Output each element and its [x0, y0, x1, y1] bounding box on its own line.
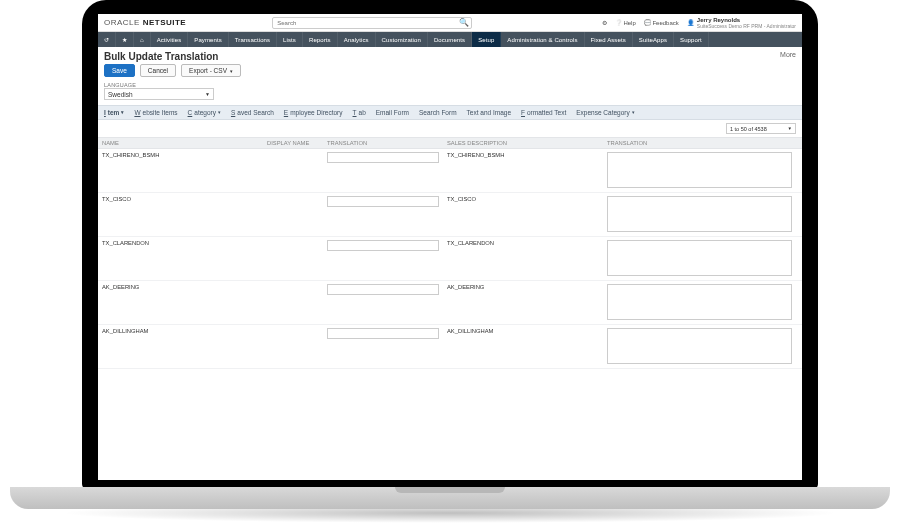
- subtab-formatted-text[interactable]: Formatted Text: [521, 109, 566, 116]
- main-nav: ↺ ★ ⌂ Activities Payments Transactions L…: [98, 32, 802, 47]
- subtab-category[interactable]: Category▾: [188, 109, 221, 116]
- subtab-website-items[interactable]: Website Items: [134, 109, 177, 116]
- cell-name: AK_DEERING: [98, 281, 263, 293]
- nav-reports[interactable]: Reports: [303, 32, 338, 47]
- table-row: TX_CHIRENO_BSMH TX_CHIRENO_BSMH: [98, 149, 802, 193]
- translation-textarea[interactable]: [607, 328, 792, 364]
- nav-activities[interactable]: Activities: [151, 32, 189, 47]
- chevron-down-icon: ▼: [205, 91, 210, 97]
- nav-home-icon[interactable]: ⌂: [134, 32, 151, 47]
- col-name[interactable]: NAME: [98, 138, 263, 148]
- nav-admin-controls[interactable]: Administration & Controls: [501, 32, 584, 47]
- cell-name: TX_CISCO: [98, 193, 263, 205]
- subtab-saved-search[interactable]: Saved Search: [231, 109, 274, 116]
- col-display-name[interactable]: DISPLAY NAME: [263, 138, 323, 148]
- col-translation-1[interactable]: TRANSLATION: [323, 138, 443, 148]
- translation-textarea[interactable]: [607, 196, 792, 232]
- nav-lists[interactable]: Lists: [277, 32, 303, 47]
- nav-customization[interactable]: Customization: [376, 32, 428, 47]
- translation-input[interactable]: [327, 196, 439, 207]
- user-icon: 👤: [687, 19, 694, 26]
- page-title: Bulk Update Translation: [104, 51, 218, 62]
- table-row: AK_DILLINGHAM AK_DILLINGHAM: [98, 325, 802, 369]
- nav-setup[interactable]: Setup: [472, 32, 501, 47]
- cell-name: TX_CHIRENO_BSMH: [98, 149, 263, 161]
- subtab-expense-category[interactable]: Expense Category▾: [576, 109, 634, 116]
- subtab-tab[interactable]: Tab: [353, 109, 366, 116]
- cell-sales: TX_CLARENDON: [443, 237, 603, 249]
- subtab-text-and-image[interactable]: Text and Image: [467, 109, 511, 116]
- cell-sales: AK_DILLINGHAM: [443, 325, 603, 337]
- nav-suiteapps[interactable]: SuiteApps: [633, 32, 674, 47]
- table-row: TX_CISCO TX_CISCO: [98, 193, 802, 237]
- nav-fixed-assets[interactable]: Fixed Assets: [585, 32, 633, 47]
- page-range-select[interactable]: 1 to 50 of 4538▼: [726, 123, 796, 134]
- nav-support[interactable]: Support: [674, 32, 709, 47]
- nav-payments[interactable]: Payments: [188, 32, 228, 47]
- translation-input[interactable]: [327, 152, 439, 163]
- table-row: TX_CLARENDON TX_CLARENDON: [98, 237, 802, 281]
- translation-textarea[interactable]: [607, 240, 792, 276]
- subtab-email-form[interactable]: Email Form: [376, 109, 409, 116]
- language-select[interactable]: Swedish▼: [104, 88, 214, 100]
- cell-sales: TX_CISCO: [443, 193, 603, 205]
- global-search-input[interactable]: [272, 17, 472, 29]
- chevron-down-icon: ▼: [788, 126, 792, 131]
- export-csv-button[interactable]: Export - CSV▾: [181, 64, 241, 77]
- subtab-bar: Item▾ Website Items Category▾ Saved Sear…: [98, 105, 802, 120]
- nav-star-icon[interactable]: ★: [116, 32, 134, 47]
- nav-transactions[interactable]: Transactions: [229, 32, 277, 47]
- nav-history-icon[interactable]: ↺: [98, 32, 116, 47]
- translation-table: NAME DISPLAY NAME TRANSLATION SALES DESC…: [98, 137, 802, 369]
- more-link[interactable]: More: [780, 51, 796, 58]
- shortcuts-icon[interactable]: ⚙: [602, 19, 607, 26]
- subtab-search-form[interactable]: Search Form: [419, 109, 457, 116]
- cell-name: AK_DILLINGHAM: [98, 325, 263, 337]
- subtab-item[interactable]: Item▾: [104, 109, 124, 116]
- feedback-link[interactable]: 💬 Feedback: [644, 19, 679, 26]
- translation-input[interactable]: [327, 284, 439, 295]
- brand-logo: ORACLE NETSUITE: [104, 18, 186, 27]
- table-row: AK_DEERING AK_DEERING: [98, 281, 802, 325]
- col-translation-2[interactable]: TRANSLATION: [603, 138, 802, 148]
- cell-name: TX_CLARENDON: [98, 237, 263, 249]
- user-menu[interactable]: 👤 Jerry Reynolds SuiteSuccess Demo RF PR…: [687, 17, 796, 29]
- nav-documents[interactable]: Documents: [428, 32, 472, 47]
- search-icon[interactable]: 🔍: [459, 18, 469, 27]
- chevron-down-icon: ▾: [230, 68, 233, 74]
- col-sales-description[interactable]: SALES DESCRIPTION: [443, 138, 603, 148]
- cell-sales: TX_CHIRENO_BSMH: [443, 149, 603, 161]
- help-link[interactable]: ❔ Help: [615, 19, 636, 26]
- translation-textarea[interactable]: [607, 152, 792, 188]
- cell-sales: AK_DEERING: [443, 281, 603, 293]
- translation-input[interactable]: [327, 240, 439, 251]
- user-role: SuiteSuccess Demo RF PRM - Administrator: [697, 23, 796, 29]
- translation-input[interactable]: [327, 328, 439, 339]
- cancel-button[interactable]: Cancel: [140, 64, 176, 77]
- translation-textarea[interactable]: [607, 284, 792, 320]
- save-button[interactable]: Save: [104, 64, 135, 77]
- subtab-employee-directory[interactable]: Employee Directory: [284, 109, 343, 116]
- nav-analytics[interactable]: Analytics: [338, 32, 376, 47]
